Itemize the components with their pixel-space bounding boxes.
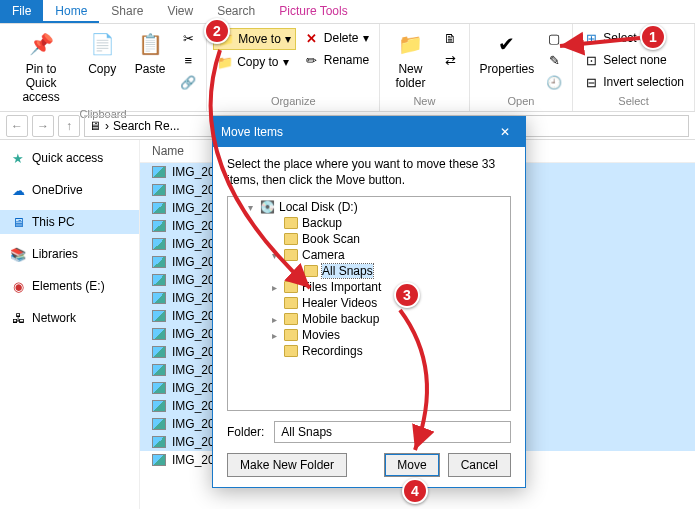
moveto-label: Move to [238,32,281,46]
copyto-label: Copy to [237,55,278,69]
paste-button[interactable]: 📋Paste [128,26,172,78]
new-folder-icon: 📁 [394,28,426,60]
tree-item-allsnaps[interactable]: All Snaps [228,263,510,279]
sidebar-item-elements[interactable]: ◉Elements (E:) [0,274,139,298]
tree-item-recordings[interactable]: Recordings [228,343,510,359]
select-all-button[interactable]: ⊞Select all [579,28,688,48]
image-file-icon [152,202,166,214]
drive-icon: ◉ [10,278,26,294]
nav-back-button[interactable]: ← [6,115,28,137]
pc-icon: 🖥 [10,214,26,230]
expand-icon[interactable]: ▸ [268,314,280,325]
tree-item-healer[interactable]: Healer Videos [228,295,510,311]
tree-item-mobile[interactable]: ▸Mobile backup [228,311,510,327]
select-all-icon: ⊞ [583,30,599,46]
tree-item-movies[interactable]: ▸Movies [228,327,510,343]
image-file-icon [152,184,166,196]
open-button[interactable]: ▢ [542,28,566,48]
image-file-icon [152,364,166,376]
image-file-icon [152,418,166,430]
dialog-title: Move Items [221,125,283,139]
tree-item-label: Book Scan [302,232,360,246]
rename-button[interactable]: ✏Rename [300,50,373,70]
history-button[interactable]: 🕘 [542,72,566,92]
sidebar-item-quick-access[interactable]: ★Quick access [0,146,139,170]
history-icon: 🕘 [546,74,562,90]
cancel-button[interactable]: Cancel [448,453,511,477]
dialog-titlebar[interactable]: Move Items ✕ [213,117,525,147]
pc-icon: 🖥 [89,119,101,133]
sidebar-item-libraries[interactable]: 📚Libraries [0,242,139,266]
folder-icon [284,297,298,309]
cut-button[interactable]: ✂ [176,28,200,48]
ribbon: 📌Pin to Quick access 📄Copy 📋Paste ✂ ≡ 🔗 … [0,24,695,112]
delete-button[interactable]: ✕Delete▾ [300,28,373,48]
make-new-folder-button[interactable]: Make New Folder [227,453,347,477]
new-item-button[interactable]: 🗎 [439,28,463,48]
copyto-folder-icon: 📁 [217,54,233,70]
network-icon: 🖧 [10,310,26,326]
copy-button[interactable]: 📄Copy [80,26,124,78]
easy-access-button[interactable]: ⇄ [439,50,463,70]
sidebar-item-onedrive[interactable]: ☁OneDrive [0,178,139,202]
tab-view[interactable]: View [155,0,205,23]
dialog-message: Select the place where you want to move … [227,157,511,188]
folder-tree[interactable]: ▾💽Local Disk (D:) Backup Book Scan ▾Came… [227,196,511,411]
dialog-close-button[interactable]: ✕ [493,120,517,144]
properties-label: Properties [480,62,535,76]
expand-icon[interactable]: ▸ [268,330,280,341]
tree-item-label: Local Disk (D:) [279,200,358,214]
tree-item-disk[interactable]: ▾💽Local Disk (D:) [228,199,510,215]
annotation-badge-4: 4 [402,478,428,504]
folder-icon [284,233,298,245]
tree-item-bookscan[interactable]: Book Scan [228,231,510,247]
file-name: IMG_20 [172,435,215,449]
sidebar-item-network[interactable]: 🖧Network [0,306,139,330]
tab-picture-tools[interactable]: Picture Tools [267,0,359,23]
new-group-label: New [413,93,435,109]
annotation-badge-3: 3 [394,282,420,308]
new-folder-button[interactable]: 📁New folder [386,26,434,92]
ribbon-group-select: ⊞Select all ⊡Select none ⊟Invert selecti… [573,24,695,111]
tree-item-camera[interactable]: ▾Camera [228,247,510,263]
ribbon-group-open: ✔Properties ▢ ✎ 🕘 Open [470,24,574,111]
expand-icon[interactable]: ▾ [244,202,256,213]
libraries-icon: 📚 [10,246,26,262]
nav-up-button[interactable]: ↑ [58,115,80,137]
edit-button[interactable]: ✎ [542,50,566,70]
file-name: IMG_20 [172,327,215,341]
copy-icon: 📄 [86,28,118,60]
chevron-down-icon: ▾ [285,32,291,46]
folder-input[interactable] [274,421,511,443]
image-file-icon [152,454,166,466]
tree-item-files[interactable]: ▸Files Important [228,279,510,295]
nav-forward-button[interactable]: → [32,115,54,137]
copy-to-button[interactable]: 📁Copy to▾ [213,52,296,72]
breadcrumb-text: Search Re... [113,119,180,133]
expand-icon[interactable]: ▾ [268,250,280,261]
tree-item-label: Backup [302,216,342,230]
folder-icon [284,217,298,229]
sidebar-item-label: Elements (E:) [32,279,105,293]
file-name: IMG_20 [172,363,215,377]
copy-path-button[interactable]: ≡ [176,50,200,70]
paste-shortcut-button[interactable]: 🔗 [176,72,200,92]
shortcut-icon: 🔗 [180,74,196,90]
delete-x-icon: ✕ [304,30,320,46]
tab-home[interactable]: Home [43,0,99,23]
tree-item-backup[interactable]: Backup [228,215,510,231]
annotation-badge-1: 1 [640,24,666,50]
expand-icon[interactable]: ▸ [268,282,280,293]
tab-share[interactable]: Share [99,0,155,23]
pin-label: Pin to Quick access [10,62,72,104]
open-icon: ▢ [546,30,562,46]
move-button[interactable]: Move [384,453,439,477]
sidebar-item-label: Quick access [32,151,103,165]
image-file-icon [152,292,166,304]
properties-button[interactable]: ✔Properties [476,26,539,78]
sidebar-item-thispc[interactable]: 🖥This PC [0,210,139,234]
invert-selection-button[interactable]: ⊟Invert selection [579,72,688,92]
select-none-button[interactable]: ⊡Select none [579,50,688,70]
tab-file[interactable]: File [0,0,43,23]
pin-quick-access-button[interactable]: 📌Pin to Quick access [6,26,76,106]
